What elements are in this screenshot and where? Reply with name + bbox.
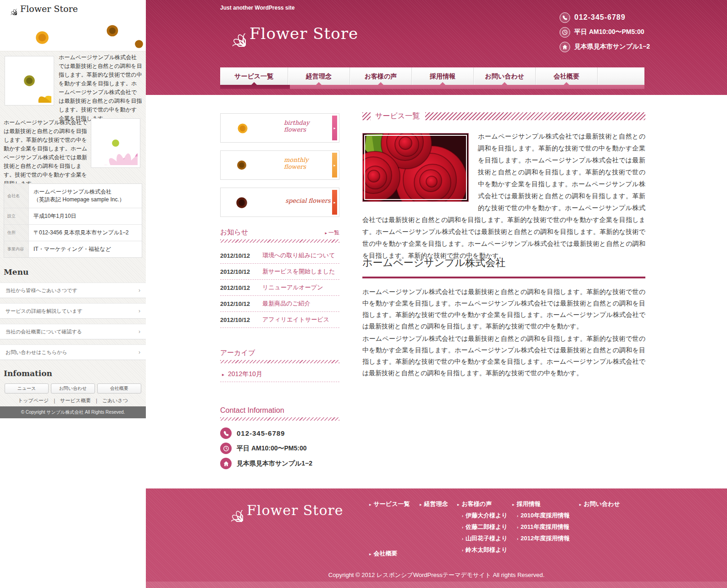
footer-link-recruit-2010[interactable]: ›2010年度採用情報: [517, 511, 570, 520]
nav-pointer: [440, 82, 445, 85]
news-item: 2012/10/12 新サービスを開始しました: [220, 264, 339, 280]
nav-pointer: [316, 82, 322, 85]
clock-icon: [560, 27, 570, 38]
header-business-hours: 平日 AM10:00〜PM5:00: [574, 28, 644, 36]
news-button[interactable]: ニュース: [5, 383, 49, 394]
footer-col-contact: ▸お問い合わせ: [579, 500, 620, 508]
news-section-title: お知らせ: [220, 228, 248, 237]
services-section-header: サービス一覧: [362, 111, 645, 121]
header-hours-row: 平日 AM10:00〜PM5:00: [560, 27, 650, 38]
banner-arrow-tab: ▸: [332, 153, 337, 178]
footer-col-company: ▸会社概要: [369, 549, 398, 558]
flower-logo-icon: [219, 498, 243, 522]
header-contact-info: 012-345-6789 平日 AM10:00〜PM5:00 見本県見本市サンプ…: [560, 12, 650, 56]
footer-bottom-strip: [146, 582, 727, 588]
news-more-link[interactable]: ▸一覧: [325, 229, 339, 237]
archive-link[interactable]: ▸ 2012年10月: [220, 367, 339, 382]
footer-link-top[interactable]: トップページ: [18, 398, 49, 403]
nav-inactive-strip: [290, 85, 644, 89]
footer-link-recruit[interactable]: ▸採用情報: [512, 500, 570, 508]
company-name-en: （英語表記 Homepage sample Inc.）: [33, 196, 125, 203]
table-row: 設立 平成10年1月10日: [4, 208, 142, 225]
menu-item-label: サービスの詳細を解説しています: [6, 308, 83, 315]
footer-link-recruit-2012[interactable]: ›2012年度採用情報: [517, 534, 570, 543]
chevron-right-icon: ›: [139, 328, 140, 335]
phone-icon: [560, 12, 570, 23]
footer-link-philosophy[interactable]: ▸経営理念: [420, 500, 448, 508]
arrow-right-icon: ▸: [369, 552, 372, 556]
header-address: 見本県見本市サンプル1−2: [574, 43, 650, 51]
footer-link-voices[interactable]: ▸お客様の声: [457, 500, 508, 508]
banner-monthly-flowers[interactable]: monthly flowers ▸: [220, 150, 339, 180]
archive-section-title: アーカイブ: [220, 349, 255, 357]
company-button[interactable]: 会社概要: [97, 383, 141, 394]
mobile-menu-item-contact[interactable]: お問い合わせはこちらから ›: [0, 344, 146, 360]
footer-link-recruit-2011[interactable]: ›2011年度採用情報: [517, 523, 570, 531]
footer-col-recruit: ▸採用情報 ›2010年度採用情報 ›2011年度採用情報 ›2012年度採用情…: [512, 500, 570, 543]
footer-link-company[interactable]: ▸会社概要: [369, 549, 398, 558]
contact-button[interactable]: お問い合わせ: [51, 383, 95, 394]
footer-link-services[interactable]: ▸サービス一覧: [369, 500, 410, 508]
news-link[interactable]: リニューアルオープン: [262, 283, 323, 292]
footer-link-voice-ito[interactable]: ›伊藤大介様より: [462, 511, 508, 520]
table-row-label: 設立: [4, 208, 29, 224]
company-paragraph-1: ホームページサンプル株式会社では最新技術と自然との調和を目指します。革新的な技術…: [362, 286, 645, 332]
table-row-label: 住所: [4, 225, 29, 241]
services-intro: ホームページサンプル株式会社では最新技術と自然との調和を目指します。革新的な技術…: [362, 130, 645, 261]
banner-birthday-flowers[interactable]: birthday flowers ▸: [220, 113, 339, 143]
news-item: 2012/10/12 環境への取り組みについて: [220, 248, 339, 264]
arrow-right-icon: ▸: [333, 200, 335, 205]
image-fade: [244, 116, 288, 140]
separator: ｜: [52, 398, 57, 403]
image-fade: [244, 190, 288, 215]
table-row-value: 〒012-3456 見本県見本市サンプル1−2: [29, 225, 142, 241]
mobile-menu-item-company[interactable]: 当社の会社概要について確認する ›: [0, 324, 146, 339]
archive-section: アーカイブ ▸ 2012年10月: [220, 349, 339, 382]
arrow-right-icon: ▸: [325, 231, 327, 235]
news-link[interactable]: 最新商品のご紹介: [262, 300, 311, 308]
news-date: 2012/10/12: [220, 268, 262, 275]
footer-link-voice-suzuki[interactable]: ›鈴木太郎様より: [462, 546, 508, 554]
footer-link-service[interactable]: サービス概要: [60, 398, 91, 403]
news-link[interactable]: 環境への取り組みについて: [262, 251, 335, 260]
news-item: 2012/10/12 アフィリエイトサービス: [220, 312, 339, 328]
services-section-title: サービス一覧: [375, 111, 420, 121]
footer-copyright: Copyright © 2012 レスポンシブWordPressテーマデモサイト…: [146, 571, 727, 579]
site-logo[interactable]: Flower Store: [219, 20, 358, 47]
table-row-value: 平成10年1月10日: [29, 208, 142, 224]
clock-icon: [220, 443, 232, 454]
menu-item-label: 当社の会社概要について確認する: [6, 328, 82, 335]
nav-pointer: [378, 82, 383, 85]
footer-site-title: Flower Store: [247, 502, 344, 518]
nav-pointer: [251, 82, 257, 85]
sidebar-address-row: 見本県見本市サンプル1−2: [220, 457, 339, 470]
footer-logo[interactable]: Flower Store: [219, 498, 344, 522]
news-date: 2012/10/12: [220, 300, 262, 307]
mobile-menu-item-services[interactable]: サービスの詳細を解説しています ›: [0, 303, 146, 319]
banner-special-flowers[interactable]: special flowers ▸: [220, 188, 339, 217]
header-phone-row: 012-345-6789: [560, 12, 650, 23]
heading-hatch: [362, 112, 371, 120]
banner-label: special flowers: [284, 188, 332, 213]
footer-link-voice-sato[interactable]: ›佐藤二郎様より: [462, 523, 508, 531]
main-navigation: サービス一覧 経営理念 お客様の声 採用情報 お問い合わせ 会社概要: [220, 67, 644, 85]
banner-arrow-tab: ▸: [332, 116, 337, 140]
nav-underline-strip: [220, 85, 644, 89]
separator: ｜: [94, 398, 99, 403]
footer-link-voice-yamada[interactable]: ›山田花子様より: [462, 534, 508, 543]
news-link[interactable]: アフィリエイトサービス: [262, 316, 329, 324]
nav-filler: [598, 67, 644, 85]
home-icon: [220, 458, 232, 469]
banner-arrow-tab: ▸: [332, 190, 337, 215]
home-icon: [560, 42, 570, 52]
footer-col-philosophy: ▸経営理念: [420, 500, 448, 508]
chevron-right-icon: ›: [139, 308, 140, 314]
contact-section-title: Contact Information: [220, 406, 284, 415]
news-date: 2012/10/12: [220, 252, 262, 259]
image-fade: [244, 153, 288, 178]
mobile-site-title[interactable]: Flower Store: [20, 4, 78, 14]
footer-link-greeting[interactable]: ごあいさつ: [102, 398, 128, 403]
footer-link-contact[interactable]: ▸お問い合わせ: [579, 500, 620, 508]
news-link[interactable]: 新サービスを開始しました: [262, 267, 335, 276]
mobile-menu-item-greeting[interactable]: 当社から皆様へごあいさつです ›: [0, 283, 146, 298]
